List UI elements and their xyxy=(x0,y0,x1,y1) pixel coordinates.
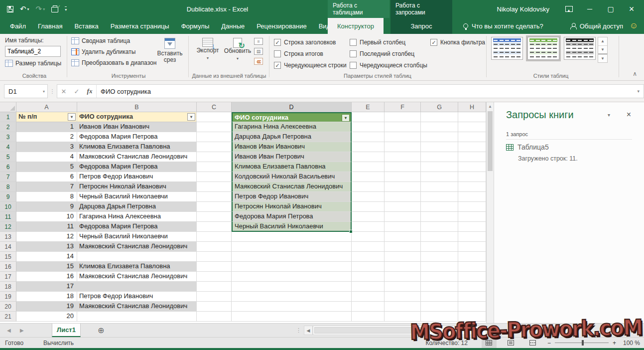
row-header-20[interactable]: 20 xyxy=(0,302,16,312)
checkbox-icon[interactable] xyxy=(350,50,357,57)
cell-B17[interactable]: Маяковский Станислав Леонидович xyxy=(77,272,197,282)
cell-G13[interactable] xyxy=(421,232,458,242)
tab-2[interactable]: Вставка xyxy=(68,18,104,34)
status-calculate[interactable]: Вычислить xyxy=(43,340,74,347)
cell-C15[interactable] xyxy=(197,252,232,262)
cell-H11[interactable] xyxy=(458,212,486,222)
cell-F9[interactable] xyxy=(385,192,421,202)
cell-D14[interactable] xyxy=(232,242,352,252)
filter-icon-B1[interactable]: ▾ xyxy=(187,113,195,121)
horizontal-scrollbar[interactable] xyxy=(313,326,486,335)
cell-E11[interactable] xyxy=(352,212,385,222)
share-button[interactable]: Общий доступ xyxy=(570,18,623,34)
cell-H5[interactable] xyxy=(458,152,486,162)
cell-E16[interactable] xyxy=(352,262,385,272)
formula-input[interactable]: ФИО сотрудника▾ xyxy=(96,84,644,98)
cell-E5[interactable] xyxy=(352,152,385,162)
cell-F16[interactable] xyxy=(385,262,421,272)
cell-E9[interactable] xyxy=(352,192,385,202)
row-header-8[interactable]: 8 xyxy=(0,182,16,192)
zoom-in-icon[interactable]: + xyxy=(613,340,616,347)
cell-E14[interactable] xyxy=(352,242,385,252)
cell-H9[interactable] xyxy=(458,192,486,202)
cell-B3[interactable]: Федорова Мария Петрова xyxy=(77,132,197,142)
cell-C19[interactable] xyxy=(197,292,232,302)
cell-A18[interactable]: 17 xyxy=(16,282,77,292)
cell-E8[interactable] xyxy=(352,182,385,192)
cell-F14[interactable] xyxy=(385,242,421,252)
cell-G18[interactable] xyxy=(421,282,458,292)
row-header-16[interactable]: 16 xyxy=(0,262,16,272)
cell-H17[interactable] xyxy=(458,272,486,282)
resize-table-button[interactable]: Размер таблицы xyxy=(5,60,61,67)
column-header-F[interactable]: F xyxy=(385,102,421,112)
cell-F4[interactable] xyxy=(385,142,421,152)
zoom-slider[interactable]: − + xyxy=(547,340,616,347)
insert-function-icon[interactable]: fx xyxy=(83,87,96,95)
zoom-level[interactable]: 100 % xyxy=(623,340,640,347)
splitter-dots-icon[interactable]: ⋮ xyxy=(296,324,301,337)
cell-G14[interactable] xyxy=(421,242,458,252)
formula-expand-icon[interactable]: ▾ xyxy=(637,89,640,94)
cell-E1[interactable] xyxy=(352,112,385,122)
cell-C8[interactable] xyxy=(197,182,232,192)
checkbox-icon[interactable]: ✓ xyxy=(274,39,281,46)
select-all-corner[interactable] xyxy=(0,102,16,112)
cell-E10[interactable] xyxy=(352,202,385,212)
cell-H12[interactable] xyxy=(458,222,486,232)
row-header-13[interactable]: 13 xyxy=(0,232,16,242)
cell-E17[interactable] xyxy=(352,272,385,282)
filter-icon-D1[interactable]: ▾ xyxy=(342,114,350,122)
vertical-scrollbar[interactable]: ▲ xyxy=(486,102,494,323)
cell-G5[interactable] xyxy=(421,152,458,162)
cell-B8[interactable]: Петросян Николай Иванович xyxy=(77,182,197,192)
cell-A1[interactable]: № п/п▾ xyxy=(16,112,77,122)
cell-C12[interactable] xyxy=(197,222,232,232)
cell-B13[interactable]: Черный Василий Николаевчи xyxy=(77,232,197,242)
maximize-button[interactable]: ▢ xyxy=(602,2,619,16)
cell-A3[interactable]: 2 xyxy=(16,132,77,142)
cell-C14[interactable] xyxy=(197,242,232,252)
cell-H20[interactable] xyxy=(458,302,486,312)
cell-F20[interactable] xyxy=(385,302,421,312)
cell-H8[interactable] xyxy=(458,182,486,192)
cell-H15[interactable] xyxy=(458,252,486,262)
hscroll-left-icon[interactable]: ◀ xyxy=(304,326,313,335)
cell-B6[interactable]: Федорова Мария Петрова xyxy=(77,162,197,172)
tab-konstruktor[interactable]: Конструктор xyxy=(328,18,384,34)
cell-G21[interactable] xyxy=(421,312,458,322)
cell-A20[interactable]: 19 xyxy=(16,302,77,312)
checkbox-icon[interactable] xyxy=(350,62,357,69)
minimize-button[interactable]: ─ xyxy=(581,2,598,16)
cell-B5[interactable]: Маяковский Станислав Леонидович xyxy=(77,152,197,162)
fill-handle[interactable] xyxy=(349,230,353,233)
zoom-track[interactable] xyxy=(555,343,609,343)
cell-D18[interactable] xyxy=(232,282,352,292)
refresh-button[interactable]: ↻ Обновить ▾ xyxy=(223,38,252,62)
checkbox-icon[interactable]: ✓ xyxy=(430,39,437,46)
table-style-blue[interactable] xyxy=(491,37,523,60)
column-header-C[interactable]: C xyxy=(197,102,232,112)
cell-A4[interactable]: 3 xyxy=(16,142,77,152)
cell-G11[interactable] xyxy=(421,212,458,222)
properties-icon[interactable]: ≡ xyxy=(254,38,263,45)
page-layout-view-button[interactable] xyxy=(504,338,518,348)
cell-E15[interactable] xyxy=(352,252,385,262)
cell-C16[interactable] xyxy=(197,262,232,272)
name-box-dropdown-icon[interactable]: ▾ xyxy=(43,89,45,94)
cell-F10[interactable] xyxy=(385,202,421,212)
gallery-up-icon[interactable]: ▲ xyxy=(598,37,607,46)
cell-G6[interactable] xyxy=(421,162,458,172)
scroll-up-icon[interactable]: ▲ xyxy=(487,102,494,110)
cell-F12[interactable] xyxy=(385,222,421,232)
cell-B19[interactable]: Петров Федор Иванович xyxy=(77,292,197,302)
convert-to-range-button[interactable]: Преобразовать в диапазон xyxy=(71,59,156,66)
checkbox-первый-столбец[interactable]: Первый столбец xyxy=(350,39,427,46)
cell-F15[interactable] xyxy=(385,252,421,262)
cell-A15[interactable]: 14 xyxy=(16,252,77,262)
checkbox-строка-заголовков[interactable]: ✓Строка заголовков xyxy=(274,39,347,46)
cell-G7[interactable] xyxy=(421,172,458,182)
cell-B10[interactable]: Дарцова Дарья Петровна xyxy=(77,202,197,212)
cell-E21[interactable] xyxy=(352,312,385,322)
name-box[interactable]: D1▾ xyxy=(4,84,48,98)
